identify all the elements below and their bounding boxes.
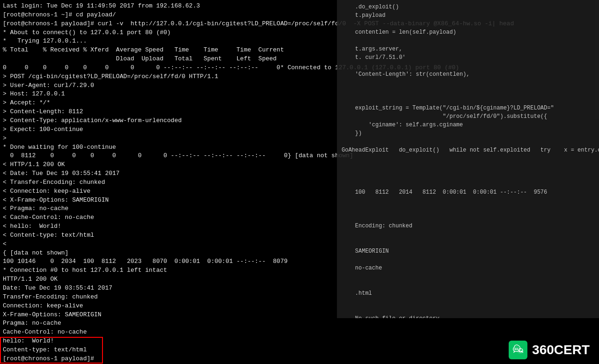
code-overlay: .do_exploit() t.payload contentlen = len… xyxy=(337,0,599,318)
brand-name: 360CERT xyxy=(532,342,590,357)
terminal-window: Last login: Tue Dec 19 11:49:50 2017 fro… xyxy=(0,0,599,364)
terminal-line: Content-type: text/html xyxy=(3,346,596,355)
terminal-line: [root@chronos-1 payload]# xyxy=(3,355,596,364)
svg-point-1 xyxy=(515,349,516,350)
terminal-line: Pragma: no-cache xyxy=(3,319,596,328)
terminal-line: Cache-Control: no-cache xyxy=(3,328,596,337)
svg-point-2 xyxy=(517,349,518,350)
terminal-line: hello: World! xyxy=(3,337,596,346)
wechat-icon xyxy=(509,341,527,359)
watermark: 360CERT xyxy=(509,341,590,359)
